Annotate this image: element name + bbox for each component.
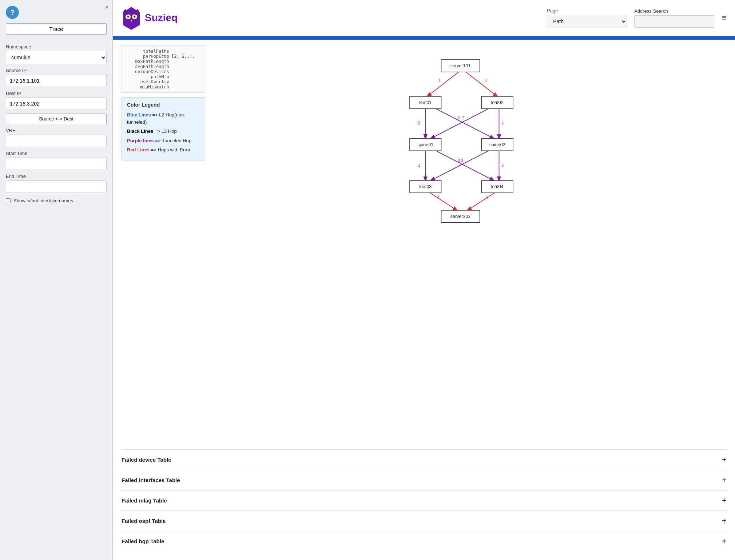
svg-text:4: 4 [486,195,488,200]
logo-icon [122,5,141,31]
header: Suzieq Page PathDeviceInterfaceRouteBGPO… [113,0,735,36]
table-expand-icon[interactable]: + [722,476,726,484]
address-search-area: Address Search [634,8,714,28]
page-area: Page PathDeviceInterfaceRouteBGPOSPF [547,8,627,28]
end-time-label: End Time [6,174,107,179]
table-row-item[interactable]: Failed interfaces Table+ [122,470,726,490]
color-legend-title: Color Legend [127,102,200,108]
network-graph: 1 1 2 2 2 2 3 3 [375,49,557,238]
svg-line-26 [433,149,494,180]
source-ip-input[interactable] [6,75,107,87]
trace-button[interactable]: Trace [6,23,107,35]
vrf-label: VRF [6,128,107,133]
legend-black-lines: Black Lines => L3 Hop [127,128,200,135]
json-display: totalPathsperHopEcmp[2, 2,...maxPathLeng… [122,45,205,93]
table-row-item[interactable]: Failed ospf Table+ [122,511,726,531]
svg-text:3: 3 [418,163,420,167]
json-row: avgPathLength [126,64,201,69]
table-row-item[interactable]: Failed bgp Table+ [122,531,726,551]
svg-text:2: 2 [501,121,504,125]
svg-line-20 [431,107,492,139]
svg-point-6 [134,16,135,17]
json-row: pathMtu [126,74,201,79]
src-dest-button[interactable]: Source <-> Dest [6,114,107,124]
color-legend: Color Legend Blue Lines => L2 Hop(non-tu… [122,97,205,160]
main-panel: Suzieq Page PathDeviceInterfaceRouteBGPO… [113,0,735,560]
legend-black-label: Black Lines [127,128,153,134]
json-row: mtuMismatch [126,84,201,90]
source-ip-label: Source IP [6,68,107,73]
json-row: maxPathLength [126,59,201,64]
help-icon[interactable]: ? [6,6,19,19]
svg-text:3: 3 [461,158,463,163]
legend-purple-lines: Purple lines => Tunneled Hop [127,137,200,144]
progress-bar [113,36,735,40]
json-row: uniqueDevices [126,69,201,74]
svg-point-5 [127,16,129,17]
graph-area: 1 1 2 2 2 2 3 3 [205,45,726,444]
show-interfaces-checkbox[interactable] [6,198,11,203]
svg-text:2: 2 [462,116,464,120]
show-interfaces-row: Show in/out interface names [6,198,107,203]
svg-text:spine02: spine02 [489,142,505,147]
content-area: totalPathsperHopEcmp[2, 2,...maxPathLeng… [113,40,735,449]
namespace-label: Namespace [6,44,107,49]
logo-area: Suzieq [122,5,178,31]
svg-text:leaf03: leaf03 [419,184,432,189]
json-row: totalPaths [126,49,201,54]
page-select[interactable]: PathDeviceInterfaceRouteBGPOSPF [547,15,627,28]
left-panel: totalPathsperHopEcmp[2, 2,...maxPathLeng… [122,45,205,444]
svg-text:server101: server101 [450,63,471,68]
svg-text:1: 1 [485,78,487,82]
vrf-input[interactable] [6,135,107,147]
legend-blue-lines: Blue Lines => L2 Hop(non-tunneled) [127,111,200,126]
table-row-item[interactable]: Failed device Table+ [122,449,726,470]
start-time-label: Start Time [6,151,107,156]
table-expand-icon[interactable]: + [722,456,726,464]
svg-line-18 [433,107,494,139]
json-row: perHopEcmp[2, 2,... [126,54,201,59]
svg-line-12 [427,72,459,96]
svg-text:server302: server302 [450,214,471,219]
show-interfaces-label: Show in/out interface names [13,198,73,203]
svg-text:3: 3 [458,158,460,163]
svg-line-34 [468,191,497,210]
tables-section: Failed device Table+Failed interfaces Ta… [113,449,735,560]
svg-line-14 [466,72,497,96]
table-expand-icon[interactable]: + [722,517,726,525]
legend-purple-desc: => Tunneled Hop [155,138,191,143]
svg-text:2: 2 [458,116,460,120]
legend-red-label: Red Lines [127,147,150,152]
start-time-input[interactable] [6,158,107,170]
legend-blue-label: Blue Lines [127,112,151,118]
close-button[interactable]: × [105,4,109,11]
legend-red-lines: Red Lines => Hops with Error [127,146,200,154]
dest-ip-input[interactable] [6,98,107,110]
legend-black-desc: => L3 Hop [155,128,177,134]
svg-text:spine01: spine01 [417,142,433,147]
svg-text:3: 3 [501,163,504,167]
page-label: Page [547,8,627,13]
dest-ip-label: Dest IP [6,91,107,96]
svg-text:4: 4 [437,195,439,200]
sidebar: × ? Trace Namespace cumulus Source IP De… [0,0,113,560]
table-row-item[interactable]: Failed mlag Table+ [122,490,726,511]
legend-red-desc: => Hops with Error [151,147,190,152]
address-search-label: Address Search [634,8,714,14]
svg-text:leaf04: leaf04 [491,184,504,189]
svg-text:1: 1 [438,78,441,82]
end-time-input[interactable] [6,180,107,193]
svg-line-28 [431,149,492,180]
namespace-select[interactable]: cumulus [6,51,107,64]
table-expand-icon[interactable]: + [722,496,726,505]
logo-text: Suzieq [145,12,178,24]
address-search-input[interactable] [634,15,714,28]
svg-text:2: 2 [418,121,420,125]
json-row: usesOverlay [126,79,201,84]
hamburger-button[interactable]: ≡ [722,13,726,23]
svg-text:leaf01: leaf01 [419,100,432,105]
table-expand-icon[interactable]: + [722,537,726,545]
svg-line-32 [427,191,457,210]
svg-text:leaf02: leaf02 [491,100,504,105]
legend-purple-label: Purple lines [127,138,154,143]
